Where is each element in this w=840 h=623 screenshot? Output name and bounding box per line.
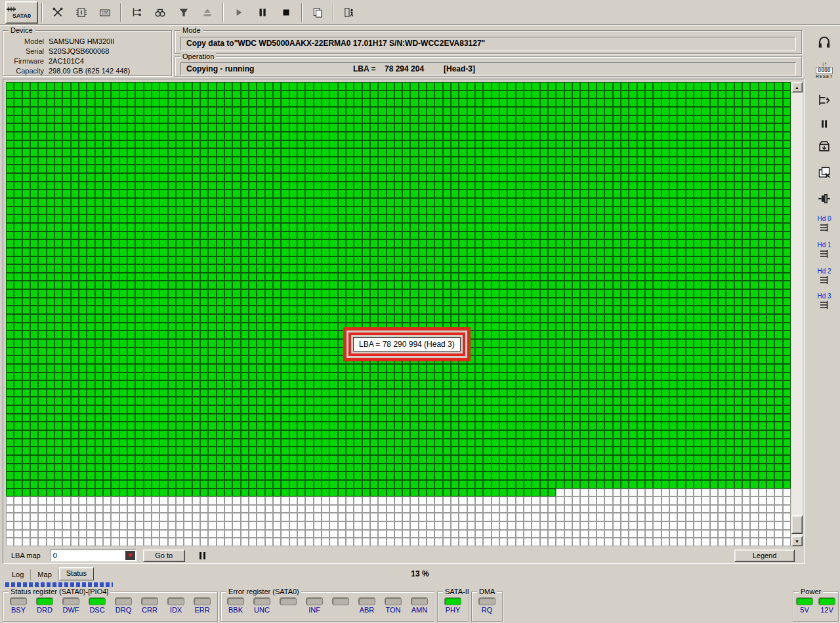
- map-cell: [499, 190, 507, 198]
- goto-button[interactable]: Go to: [143, 550, 185, 562]
- scrollbar-up-button[interactable]: ▲: [791, 82, 803, 92]
- map-cell: [613, 430, 621, 439]
- copy-task-button[interactable]: [306, 3, 329, 22]
- map-cell: [200, 289, 208, 298]
- exit-button[interactable]: [337, 3, 361, 22]
- map-cell: [30, 182, 38, 190]
- map-cell: [499, 430, 507, 439]
- map-cell: [135, 198, 143, 207]
- map-cell: [621, 148, 629, 157]
- tools-button[interactable]: [46, 3, 70, 22]
- export-package-button[interactable]: [811, 135, 837, 157]
- map-cell: [184, 480, 192, 489]
- map-cell: [402, 256, 410, 265]
- map-cell: [22, 165, 30, 173]
- reset-counter-button[interactable]: ↓↑ 0000 RESET: [811, 55, 837, 85]
- tab-map[interactable]: Map: [31, 569, 58, 580]
- map-cell: [273, 173, 281, 182]
- filter-button[interactable]: [172, 3, 196, 22]
- sata0-port-button[interactable]: SATA0: [5, 1, 38, 24]
- pause-button[interactable]: [251, 3, 274, 22]
- map-cell: [597, 173, 604, 182]
- map-cell: [686, 82, 694, 90]
- map-cell: [597, 115, 604, 124]
- block-map-grid[interactable]: [6, 82, 791, 546]
- scrollbar-down-button[interactable]: ▼: [791, 536, 803, 546]
- map-cell: [103, 281, 111, 289]
- map-cell: [694, 331, 702, 339]
- map-cell: [710, 513, 718, 521]
- map-cell: [726, 389, 734, 397]
- eject-button[interactable]: [196, 3, 219, 22]
- map-cell: [572, 339, 580, 348]
- map-cell: [111, 405, 119, 414]
- map-cell: [621, 439, 629, 447]
- map-cell: [572, 214, 580, 223]
- map-cell: [677, 214, 685, 223]
- search-button[interactable]: [148, 3, 172, 22]
- map-cell: [653, 231, 661, 240]
- connector-button[interactable]: [811, 188, 837, 210]
- map-cell: [677, 380, 685, 389]
- map-cell: [184, 331, 192, 339]
- map-cell: [694, 372, 702, 381]
- map-cell: [257, 123, 264, 132]
- map-cell: [111, 123, 119, 132]
- map-cell: [564, 372, 572, 381]
- map-cell: [702, 521, 709, 530]
- head-map-button[interactable]: [811, 89, 837, 111]
- map-cell: [22, 430, 30, 439]
- map-cell: [30, 306, 38, 314]
- map-cell: [354, 231, 362, 240]
- map-cell: [87, 464, 94, 472]
- hd1-button[interactable]: Hd 1: [811, 237, 837, 262]
- map-cell: [621, 489, 629, 497]
- map-scrollbar[interactable]: ▲ ▼: [791, 82, 803, 546]
- map-cell: [734, 530, 742, 538]
- map-cell: [637, 98, 645, 107]
- structure-button[interactable]: [125, 3, 148, 22]
- map-cell: [6, 198, 14, 207]
- smart-button[interactable]: 100: [93, 3, 117, 22]
- map-cell: [119, 355, 127, 364]
- map-cell: [564, 148, 572, 157]
- hd2-button[interactable]: Hd 2: [811, 264, 837, 289]
- firmware-monitor-button[interactable]: [811, 31, 837, 54]
- map-cell: [759, 372, 766, 381]
- stop-button[interactable]: [274, 3, 298, 22]
- hd0-button[interactable]: Hd 0: [811, 211, 837, 236]
- map-cell: [22, 472, 30, 480]
- map-cell: [232, 231, 240, 240]
- tab-status[interactable]: Status: [59, 567, 94, 580]
- map-cell: [232, 372, 240, 381]
- map-cell: [686, 123, 694, 132]
- scrollbar-thumb[interactable]: [791, 515, 803, 534]
- map-cell: [467, 464, 475, 472]
- map-cell: [54, 397, 62, 405]
- map-cell: [144, 472, 152, 480]
- map-cell: [604, 455, 612, 464]
- map-cell: [766, 306, 774, 314]
- map-cell: [702, 496, 709, 505]
- pause-task-button[interactable]: [811, 113, 837, 135]
- map-cell: [257, 472, 264, 480]
- tab-log[interactable]: Log: [5, 569, 31, 580]
- lba-input-mode-button[interactable]: [125, 551, 135, 560]
- map-cell: [662, 231, 669, 240]
- map-cell: [718, 214, 726, 223]
- map-cell: [759, 289, 766, 298]
- start-button[interactable]: [227, 3, 251, 22]
- map-cell: [402, 455, 410, 464]
- map-cell: [387, 489, 394, 497]
- hd3-button[interactable]: Hd 3: [811, 289, 837, 313]
- map-cell: [387, 231, 394, 240]
- map-cell: [144, 489, 152, 497]
- map-cell: [669, 239, 677, 248]
- map-cell: [621, 182, 629, 190]
- map-cell: [467, 397, 475, 405]
- drive-info-button[interactable]: i: [70, 3, 93, 22]
- map-cell: [38, 505, 46, 513]
- clear-layers-button[interactable]: [811, 161, 837, 184]
- lba-input[interactable]: [51, 550, 136, 561]
- legend-button[interactable]: Legend: [734, 550, 795, 562]
